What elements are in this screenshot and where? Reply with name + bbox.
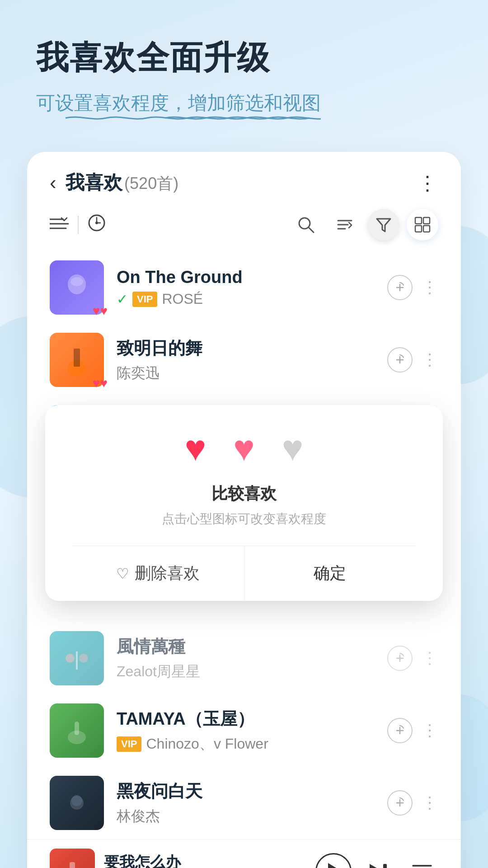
back-button[interactable]: ‹ (50, 171, 56, 194)
vip-badge: VIP (132, 292, 157, 307)
more-button[interactable]: ⋮ (418, 171, 438, 194)
hearts-row: ♥ ♥ ♥ (72, 428, 416, 469)
play-button[interactable] (315, 853, 352, 868)
heart-empty-icon: ♥ (282, 428, 304, 469)
song-item[interactable]: ♥♥ On The Ground ✓ VIP ROSÉ ⋮ (27, 251, 461, 324)
sort-button[interactable] (329, 209, 361, 241)
svg-marker-12 (377, 219, 390, 231)
song-actions: ⋮ (387, 790, 438, 816)
song-title: On The Ground (117, 268, 375, 287)
svg-rect-34 (383, 864, 387, 868)
main-title: 我喜欢全面升级 (36, 36, 452, 80)
song-item[interactable]: TAMAYA（玉屋） VIP Chinozo、v Flower ⋮ (27, 694, 461, 767)
heart-level-1[interactable]: ♥ (185, 428, 206, 469)
player-controls (315, 853, 438, 868)
playlist-button[interactable] (406, 855, 438, 868)
card-title-group: 我喜欢 (520首) (66, 170, 179, 195)
album-art-image (50, 776, 104, 830)
svg-rect-13 (415, 217, 422, 224)
wave-decoration (36, 115, 321, 121)
album-art-image (50, 703, 104, 758)
svg-line-8 (309, 228, 314, 232)
song-info: 風情萬種 Zealot周星星 (117, 635, 375, 682)
next-button[interactable] (362, 855, 395, 868)
svg-point-26 (79, 654, 88, 663)
svg-rect-28 (75, 722, 79, 735)
popup-actions: ♡ 删除喜欢 确定 (72, 546, 416, 601)
popup-label: 比较喜欢 (72, 483, 416, 505)
song-info: 黑夜问白天 林俊杰 (117, 780, 375, 826)
song-item[interactable]: ♥♥ 致明日的舞 陈奕迅 ⋮ (27, 324, 461, 396)
song-title: 黑夜问白天 (117, 780, 375, 803)
sort-mode-icon[interactable] (50, 215, 69, 235)
popup-region: 方克沙兰 房东的猫、陆宇鹏 ⋮ (27, 396, 461, 694)
album-art (50, 631, 104, 685)
song-more-button[interactable]: ⋮ (422, 721, 438, 740)
song-artist: Zealot周星星 (117, 662, 375, 682)
search-button[interactable] (290, 209, 322, 241)
song-actions: ⋮ (387, 718, 438, 743)
sub-title: 可设置喜欢程度，增加筛选和视图 (36, 90, 321, 116)
album-art-image (50, 631, 104, 685)
toolbar-left (50, 214, 281, 236)
svg-point-18 (70, 277, 83, 286)
heart-level-3[interactable]: ♥ (282, 428, 304, 469)
song-list: ♥♥ On The Ground ✓ VIP ROSÉ ⋮ (27, 251, 461, 868)
add-to-playlist-button[interactable] (387, 718, 413, 743)
song-actions: ⋮ (387, 347, 438, 373)
grid-view-button[interactable] (407, 209, 438, 241)
svg-point-25 (66, 654, 75, 663)
add-to-playlist-button[interactable] (387, 275, 413, 300)
song-more-button: ⋮ (422, 649, 438, 668)
album-art: ♥♥ (50, 333, 104, 387)
card-header: ‹ 我喜欢 (520首) ⋮ (27, 152, 461, 204)
song-title: TAMAYA（玉屋） (117, 708, 375, 731)
toolbar-right (290, 209, 438, 241)
song-actions: ⋮ (387, 646, 438, 671)
heart-level-2[interactable]: ♥ (233, 428, 255, 469)
song-actions: ⋮ (387, 275, 438, 300)
song-count: (520首) (124, 174, 178, 193)
card-header-left: ‹ 我喜欢 (520首) (50, 170, 178, 195)
play-icon (328, 863, 342, 868)
song-artist: VIP Chinozo、v Flower (117, 734, 375, 754)
filter-button[interactable] (368, 209, 399, 241)
delete-like-button[interactable]: ♡ 删除喜欢 (72, 546, 244, 601)
svg-marker-33 (370, 864, 382, 868)
player-title: 要我怎么办 (104, 852, 306, 868)
song-title: 致明日的舞 (117, 337, 375, 360)
song-info: TAMAYA（玉屋） VIP Chinozo、v Flower (117, 708, 375, 754)
history-icon[interactable] (88, 214, 106, 236)
song-more-button[interactable]: ⋮ (422, 793, 438, 812)
header-section: 我喜欢全面升级 可设置喜欢程度，增加筛选和视图 (0, 0, 488, 134)
heart-delete-icon: ♡ (116, 565, 129, 582)
bottom-player-bar: 要我怎么办 李荣浩 (27, 839, 461, 868)
song-info: On The Ground ✓ VIP ROSÉ (117, 268, 375, 307)
song-info: 致明日的舞 陈奕迅 (117, 337, 375, 383)
song-artist: 陈奕迅 (117, 363, 375, 383)
svg-point-30 (71, 795, 82, 806)
add-to-playlist-button[interactable] (387, 347, 413, 373)
song-title: 風情萬種 (117, 635, 375, 658)
confirm-button[interactable]: 确定 (244, 546, 416, 601)
player-album-art (50, 849, 95, 868)
svg-rect-32 (70, 862, 75, 868)
svg-rect-20 (74, 349, 80, 367)
heart-half-icon: ♥ (233, 428, 255, 469)
heart-badge: ♥♥ (93, 376, 108, 391)
song-more-button[interactable]: ⋮ (422, 350, 438, 369)
heart-badge: ♥♥ (93, 304, 108, 318)
svg-rect-16 (423, 226, 430, 232)
add-to-playlist-button (387, 646, 413, 671)
album-art (50, 776, 104, 830)
player-info: 要我怎么办 李荣浩 (104, 852, 306, 868)
album-art (50, 703, 104, 758)
toolbar (27, 204, 461, 251)
song-more-button[interactable]: ⋮ (422, 278, 438, 297)
add-to-playlist-button[interactable] (387, 790, 413, 816)
svg-point-7 (299, 218, 310, 229)
heart-full-icon: ♥ (185, 428, 206, 469)
main-card: ‹ 我喜欢 (520首) ⋮ (27, 152, 461, 868)
toolbar-divider (78, 216, 79, 234)
song-item[interactable]: 黑夜问白天 林俊杰 ⋮ (27, 767, 461, 839)
